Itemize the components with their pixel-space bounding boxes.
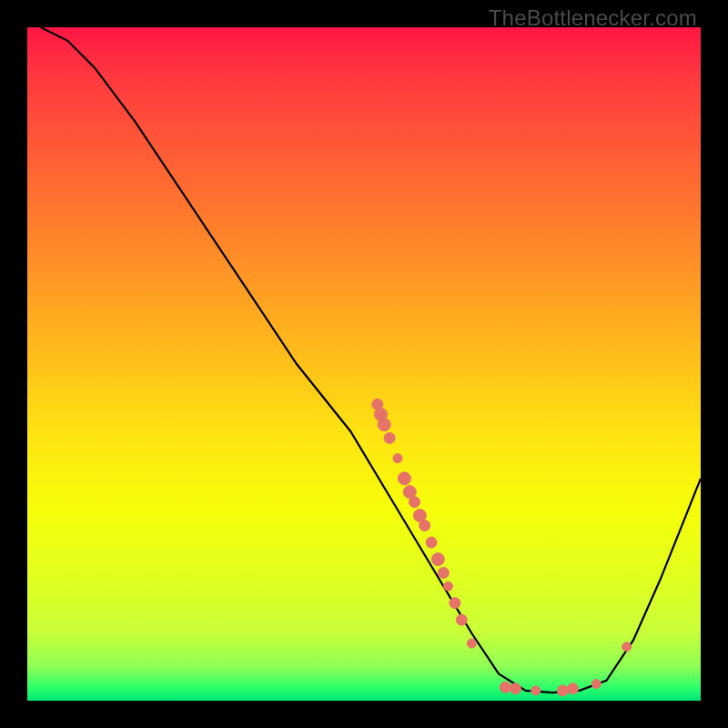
data-point — [467, 639, 476, 648]
data-point — [438, 567, 449, 578]
data-point — [420, 521, 430, 531]
data-point — [592, 680, 601, 689]
data-point — [384, 432, 395, 443]
data-point — [511, 683, 521, 694]
scatter-group — [372, 399, 632, 696]
data-point — [410, 497, 420, 508]
data-point — [557, 685, 568, 696]
bottleneck-curve — [41, 27, 701, 693]
chart-svg — [27, 27, 701, 701]
data-point — [431, 553, 444, 566]
data-point — [378, 419, 390, 431]
data-point — [500, 682, 511, 693]
data-point — [456, 614, 467, 625]
data-point — [426, 537, 437, 548]
data-point — [393, 454, 402, 463]
data-point — [444, 581, 453, 591]
data-point — [622, 642, 632, 652]
data-point — [567, 683, 578, 694]
chart-frame — [27, 27, 701, 701]
data-point — [531, 686, 541, 695]
watermark-text: TheBottlenecker.com — [489, 5, 697, 31]
data-point — [450, 598, 460, 609]
data-point — [398, 472, 410, 485]
